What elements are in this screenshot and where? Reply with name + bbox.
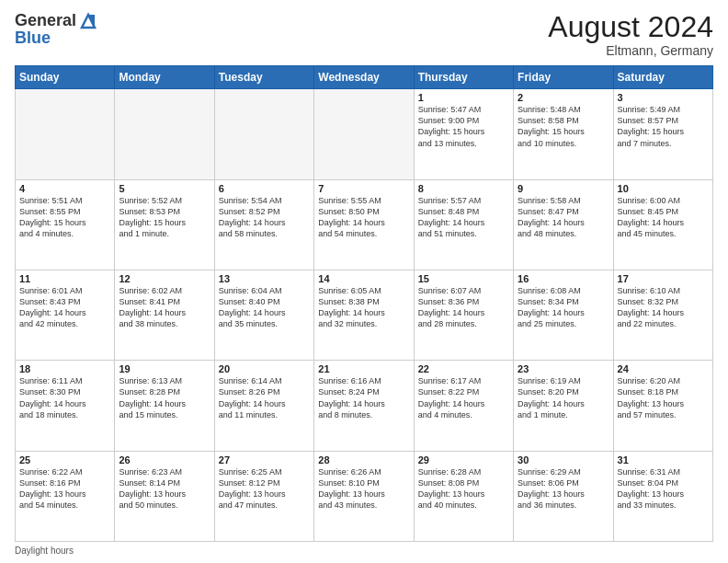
week-row-5: 25Sunrise: 6:22 AM Sunset: 8:16 PM Dayli…: [16, 451, 713, 541]
calendar-cell: 5Sunrise: 5:52 AM Sunset: 8:53 PM Daylig…: [115, 179, 214, 270]
date-number: 19: [119, 363, 210, 374]
cell-sun-info: Sunrise: 5:49 AM Sunset: 8:57 PM Dayligh…: [618, 104, 709, 149]
logo-general-text: General: [15, 11, 76, 30]
cell-sun-info: Sunrise: 6:26 AM Sunset: 8:10 PM Dayligh…: [318, 466, 409, 511]
cell-sun-info: Sunrise: 6:14 AM Sunset: 8:26 PM Dayligh…: [219, 375, 310, 420]
calendar-cell: 10Sunrise: 6:00 AM Sunset: 8:45 PM Dayli…: [613, 179, 712, 270]
calendar-cell: 30Sunrise: 6:29 AM Sunset: 8:06 PM Dayli…: [514, 451, 613, 541]
calendar-cell: 11Sunrise: 6:01 AM Sunset: 8:43 PM Dayli…: [16, 270, 115, 360]
week-row-4: 18Sunrise: 6:11 AM Sunset: 8:30 PM Dayli…: [16, 361, 713, 451]
footer-note: Daylight hours: [15, 546, 713, 556]
day-header-monday: Monday: [115, 66, 214, 89]
date-number: 26: [119, 454, 210, 465]
calendar-cell: 18Sunrise: 6:11 AM Sunset: 8:30 PM Dayli…: [16, 361, 115, 451]
cell-sun-info: Sunrise: 6:28 AM Sunset: 8:08 PM Dayligh…: [418, 466, 509, 511]
date-number: 12: [119, 273, 210, 284]
calendar-table: SundayMondayTuesdayWednesdayThursdayFrid…: [15, 65, 713, 542]
calendar-body: 1Sunrise: 5:47 AM Sunset: 9:00 PM Daylig…: [16, 89, 713, 542]
date-number: 23: [518, 363, 609, 374]
date-number: 13: [219, 273, 310, 284]
logo-blue-text: Blue: [15, 29, 98, 48]
calendar-cell: 12Sunrise: 6:02 AM Sunset: 8:41 PM Dayli…: [115, 270, 214, 360]
calendar-cell: 2Sunrise: 5:48 AM Sunset: 8:58 PM Daylig…: [514, 89, 613, 179]
calendar-cell: 13Sunrise: 6:04 AM Sunset: 8:40 PM Dayli…: [214, 270, 313, 360]
date-number: 25: [19, 454, 110, 465]
calendar-cell: 29Sunrise: 6:28 AM Sunset: 8:08 PM Dayli…: [414, 451, 513, 541]
day-header-friday: Friday: [514, 66, 613, 89]
cell-sun-info: Sunrise: 6:29 AM Sunset: 8:06 PM Dayligh…: [518, 466, 609, 511]
cell-sun-info: Sunrise: 6:31 AM Sunset: 8:04 PM Dayligh…: [618, 466, 709, 511]
calendar-cell: [115, 89, 214, 179]
cell-sun-info: Sunrise: 6:10 AM Sunset: 8:32 PM Dayligh…: [618, 285, 709, 330]
calendar-cell: 22Sunrise: 6:17 AM Sunset: 8:22 PM Dayli…: [414, 361, 513, 451]
calendar-cell: 31Sunrise: 6:31 AM Sunset: 8:04 PM Dayli…: [613, 451, 712, 541]
date-number: 11: [19, 273, 110, 284]
calendar-cell: 3Sunrise: 5:49 AM Sunset: 8:57 PM Daylig…: [613, 89, 712, 179]
date-number: 5: [119, 183, 210, 194]
cell-sun-info: Sunrise: 6:08 AM Sunset: 8:34 PM Dayligh…: [518, 285, 609, 330]
calendar-cell: 14Sunrise: 6:05 AM Sunset: 8:38 PM Dayli…: [314, 270, 414, 360]
cell-sun-info: Sunrise: 6:07 AM Sunset: 8:36 PM Dayligh…: [418, 285, 509, 330]
calendar-cell: 1Sunrise: 5:47 AM Sunset: 9:00 PM Daylig…: [414, 89, 513, 179]
date-number: 18: [19, 363, 110, 374]
cell-sun-info: Sunrise: 6:11 AM Sunset: 8:30 PM Dayligh…: [19, 375, 110, 420]
date-number: 29: [418, 454, 509, 465]
day-header-tuesday: Tuesday: [214, 66, 313, 89]
calendar-cell: 20Sunrise: 6:14 AM Sunset: 8:26 PM Dayli…: [214, 361, 313, 451]
date-number: 24: [618, 363, 709, 374]
calendar-cell: [16, 89, 115, 179]
cell-sun-info: Sunrise: 6:19 AM Sunset: 8:20 PM Dayligh…: [518, 375, 609, 420]
days-header-row: SundayMondayTuesdayWednesdayThursdayFrid…: [16, 66, 713, 89]
calendar-cell: 24Sunrise: 6:20 AM Sunset: 8:18 PM Dayli…: [613, 361, 712, 451]
calendar-cell: 25Sunrise: 6:22 AM Sunset: 8:16 PM Dayli…: [16, 451, 115, 541]
day-header-sunday: Sunday: [16, 66, 115, 89]
day-header-wednesday: Wednesday: [314, 66, 414, 89]
week-row-2: 4Sunrise: 5:51 AM Sunset: 8:55 PM Daylig…: [16, 179, 713, 270]
date-number: 31: [618, 454, 709, 465]
month-year: August 2024: [548, 11, 713, 43]
calendar: SundayMondayTuesdayWednesdayThursdayFrid…: [15, 65, 713, 542]
date-number: 17: [618, 273, 709, 284]
date-number: 21: [318, 363, 409, 374]
cell-sun-info: Sunrise: 5:51 AM Sunset: 8:55 PM Dayligh…: [19, 195, 110, 240]
date-number: 20: [219, 363, 310, 374]
date-number: 2: [518, 92, 609, 103]
date-number: 22: [418, 363, 509, 374]
calendar-cell: 27Sunrise: 6:25 AM Sunset: 8:12 PM Dayli…: [214, 451, 313, 541]
cell-sun-info: Sunrise: 5:54 AM Sunset: 8:52 PM Dayligh…: [219, 195, 310, 240]
date-number: 10: [618, 183, 709, 194]
calendar-cell: 26Sunrise: 6:23 AM Sunset: 8:14 PM Dayli…: [115, 451, 214, 541]
date-number: 4: [19, 183, 110, 194]
cell-sun-info: Sunrise: 6:04 AM Sunset: 8:40 PM Dayligh…: [219, 285, 310, 330]
date-number: 1: [418, 92, 509, 103]
day-header-saturday: Saturday: [613, 66, 712, 89]
calendar-cell: 7Sunrise: 5:55 AM Sunset: 8:50 PM Daylig…: [314, 179, 414, 270]
cell-sun-info: Sunrise: 5:48 AM Sunset: 8:58 PM Dayligh…: [518, 104, 609, 149]
calendar-cell: 4Sunrise: 5:51 AM Sunset: 8:55 PM Daylig…: [16, 179, 115, 270]
cell-sun-info: Sunrise: 6:01 AM Sunset: 8:43 PM Dayligh…: [19, 285, 110, 330]
cell-sun-info: Sunrise: 6:05 AM Sunset: 8:38 PM Dayligh…: [318, 285, 409, 330]
cell-sun-info: Sunrise: 5:57 AM Sunset: 8:48 PM Dayligh…: [418, 195, 509, 240]
page: General Blue August 2024 Eltmann, German…: [0, 0, 728, 563]
cell-sun-info: Sunrise: 6:13 AM Sunset: 8:28 PM Dayligh…: [119, 375, 210, 420]
location: Eltmann, Germany: [548, 43, 713, 58]
week-row-1: 1Sunrise: 5:47 AM Sunset: 9:00 PM Daylig…: [16, 89, 713, 179]
calendar-cell: 6Sunrise: 5:54 AM Sunset: 8:52 PM Daylig…: [214, 179, 313, 270]
calendar-cell: 19Sunrise: 6:13 AM Sunset: 8:28 PM Dayli…: [115, 361, 214, 451]
cell-sun-info: Sunrise: 5:52 AM Sunset: 8:53 PM Dayligh…: [119, 195, 210, 240]
week-row-3: 11Sunrise: 6:01 AM Sunset: 8:43 PM Dayli…: [16, 270, 713, 360]
date-number: 9: [518, 183, 609, 194]
calendar-cell: 15Sunrise: 6:07 AM Sunset: 8:36 PM Dayli…: [414, 270, 513, 360]
cell-sun-info: Sunrise: 6:02 AM Sunset: 8:41 PM Dayligh…: [119, 285, 210, 330]
header: General Blue August 2024 Eltmann, German…: [15, 11, 713, 58]
calendar-cell: 21Sunrise: 6:16 AM Sunset: 8:24 PM Dayli…: [314, 361, 414, 451]
date-number: 27: [219, 454, 310, 465]
cell-sun-info: Sunrise: 6:17 AM Sunset: 8:22 PM Dayligh…: [418, 375, 509, 420]
calendar-cell: [314, 89, 414, 179]
title-block: August 2024 Eltmann, Germany: [548, 11, 713, 58]
date-number: 8: [418, 183, 509, 194]
date-number: 14: [318, 273, 409, 284]
date-number: 6: [219, 183, 310, 194]
date-number: 7: [318, 183, 409, 194]
cell-sun-info: Sunrise: 5:55 AM Sunset: 8:50 PM Dayligh…: [318, 195, 409, 240]
